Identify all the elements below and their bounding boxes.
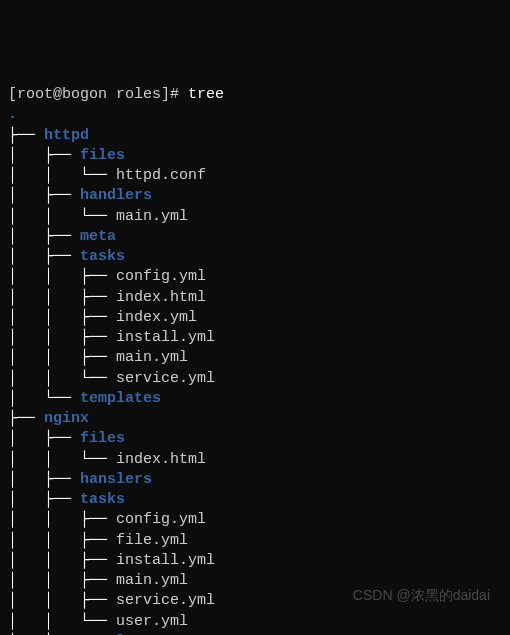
tree-branch: │ │ ├──	[8, 532, 116, 549]
tree-file: service.yml	[116, 370, 215, 387]
tree-entry: ├── nginx	[8, 409, 502, 429]
tree-entry: │ │ ├── main.yml	[8, 348, 502, 368]
tree-file: install.yml	[116, 329, 215, 346]
tree-entry: │ ├── files	[8, 429, 502, 449]
tree-branch: │ │ ├──	[8, 289, 116, 306]
tree-entry: │ │ ├── config.yml	[8, 267, 502, 287]
tree-branch: │ ├──	[8, 187, 80, 204]
tree-file: file.yml	[116, 532, 188, 549]
tree-file: service.yml	[116, 592, 215, 609]
tree-entry: │ │ └── httpd.conf	[8, 166, 502, 186]
tree-file: main.yml	[116, 572, 188, 589]
terminal-output[interactable]: [root@bogon roles]# tree.├── httpd│ ├── …	[8, 85, 502, 635]
tree-dir: files	[80, 430, 125, 447]
tree-entry: │ │ ├── index.yml	[8, 308, 502, 328]
tree-file: config.yml	[116, 511, 206, 528]
tree-file: config.yml	[116, 268, 206, 285]
tree-branch: │ └──	[8, 390, 80, 407]
tree-dir: tasks	[80, 491, 125, 508]
tree-entry: │ │ └── user.yml	[8, 612, 502, 632]
tree-branch: │ │ ├──	[8, 268, 116, 285]
tree-branch: │ │ ├──	[8, 592, 116, 609]
tree-branch: │ ├──	[8, 491, 80, 508]
tree-branch: ├──	[8, 410, 44, 427]
tree-entry: │ │ └── main.yml	[8, 207, 502, 227]
tree-file: main.yml	[116, 208, 188, 225]
tree-dir: files	[80, 147, 125, 164]
tree-root: .	[8, 105, 502, 125]
tree-file: install.yml	[116, 552, 215, 569]
tree-branch: │ │ ├──	[8, 552, 116, 569]
tree-dir: meta	[80, 228, 116, 245]
tree-entry: │ ├── files	[8, 146, 502, 166]
tree-entry: │ ├── hanslers	[8, 470, 502, 490]
tree-entry: │ ├── meta	[8, 227, 502, 247]
tree-entry: │ │ ├── config.yml	[8, 510, 502, 530]
tree-entry: │ └── templates	[8, 389, 502, 409]
tree-dir: templates	[80, 390, 161, 407]
tree-branch: │ │ └──	[8, 208, 116, 225]
tree-branch: │ ├──	[8, 248, 80, 265]
tree-file: user.yml	[116, 613, 188, 630]
tree-entry: │ ├── tasks	[8, 247, 502, 267]
tree-entry: │ ├── tasks	[8, 490, 502, 510]
tree-branch: ├──	[8, 127, 44, 144]
tree-entry: │ ├── handlers	[8, 186, 502, 206]
tree-branch: │ │ ├──	[8, 329, 116, 346]
tree-entry: │ │ ├── service.yml	[8, 591, 502, 611]
tree-entry: ├── httpd	[8, 126, 502, 146]
tree-dir: handlers	[80, 187, 152, 204]
tree-branch: │ │ └──	[8, 167, 116, 184]
tree-branch: │ │ └──	[8, 451, 116, 468]
tree-branch: │ ├──	[8, 147, 80, 164]
tree-file: main.yml	[116, 349, 188, 366]
tree-entry: │ │ └── index.html	[8, 450, 502, 470]
tree-dir: httpd	[44, 127, 89, 144]
tree-entry: │ │ ├── index.html	[8, 288, 502, 308]
tree-dir: tasks	[80, 248, 125, 265]
command: tree	[188, 86, 224, 103]
tree-branch: │ │ ├──	[8, 511, 116, 528]
tree-entry: │ │ └── service.yml	[8, 369, 502, 389]
tree-file: index.yml	[116, 309, 197, 326]
tree-entry: │ │ ├── install.yml	[8, 551, 502, 571]
tree-dir: hanslers	[80, 471, 152, 488]
tree-branch: │ │ ├──	[8, 309, 116, 326]
tree-entry: │ │ ├── file.yml	[8, 531, 502, 551]
tree-file: index.html	[116, 289, 206, 306]
tree-entry: │ │ ├── main.yml	[8, 571, 502, 591]
tree-entry: │ │ ├── install.yml	[8, 328, 502, 348]
tree-dir: nginx	[44, 410, 89, 427]
prompt-line: [root@bogon roles]# tree	[8, 85, 502, 105]
tree-branch: │ ├──	[8, 430, 80, 447]
tree-branch: │ ├──	[8, 471, 80, 488]
tree-file: index.html	[116, 451, 206, 468]
tree-branch: │ │ ├──	[8, 572, 116, 589]
tree-file: httpd.conf	[116, 167, 206, 184]
tree-branch: │ │ └──	[8, 613, 116, 630]
tree-branch: │ │ ├──	[8, 349, 116, 366]
tree-branch: │ │ └──	[8, 370, 116, 387]
shell-prompt: [root@bogon roles]#	[8, 86, 188, 103]
tree-branch: │ ├──	[8, 228, 80, 245]
